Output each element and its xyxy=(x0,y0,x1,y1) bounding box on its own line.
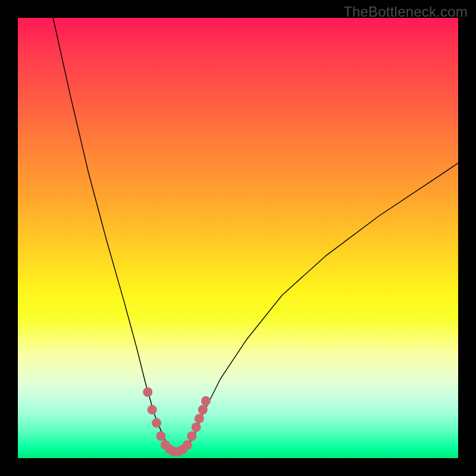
highlight-dot xyxy=(201,396,211,406)
curve-svg xyxy=(18,18,458,458)
chart-frame: TheBottleneck.com xyxy=(0,0,476,476)
bottleneck-curve xyxy=(53,18,458,454)
highlight-dot xyxy=(187,431,196,441)
highlight-dot xyxy=(143,387,152,397)
highlight-dot xyxy=(192,422,201,432)
highlight-dot xyxy=(148,405,157,415)
highlight-dot xyxy=(183,440,192,450)
highlight-dot xyxy=(198,405,208,415)
highlight-dot xyxy=(156,431,166,441)
watermark-text: TheBottleneck.com xyxy=(343,4,468,20)
highlight-dots xyxy=(143,387,211,456)
highlight-dot xyxy=(152,418,161,428)
highlight-dot xyxy=(195,414,204,423)
plot-area xyxy=(18,18,458,458)
